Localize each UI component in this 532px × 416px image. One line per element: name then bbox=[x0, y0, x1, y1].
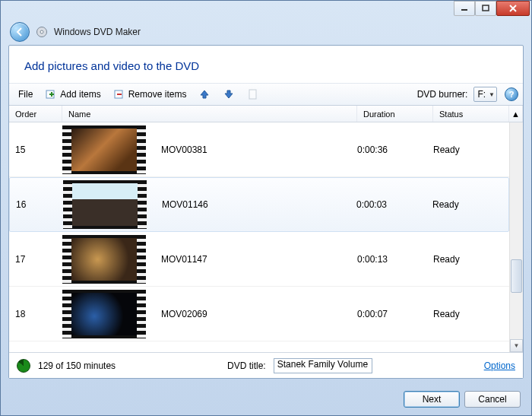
footer: Next Cancel bbox=[1, 383, 531, 415]
cancel-button[interactable]: Cancel bbox=[464, 391, 521, 408]
close-button[interactable] bbox=[496, 1, 530, 16]
bottom-bar: 129 of 150 minutes DVD title: Stanek Fam… bbox=[9, 352, 523, 378]
move-up-button[interactable] bbox=[194, 87, 215, 102]
thumbnail bbox=[63, 180, 147, 229]
content-pane: Add pictures and video to the DVD File A… bbox=[8, 45, 524, 379]
scrollbar-thumb[interactable] bbox=[511, 259, 522, 293]
list-item[interactable]: 15MOV003810:00:36Ready bbox=[9, 122, 509, 177]
toolbar: File Add items Remove items DVD burner: … bbox=[9, 83, 523, 106]
properties-button[interactable] bbox=[242, 87, 264, 102]
header-name[interactable]: Name bbox=[62, 106, 357, 122]
burner-select[interactable]: F: ▼ bbox=[473, 87, 497, 102]
app-title: Windows DVD Maker bbox=[54, 27, 141, 37]
arrow-left-icon bbox=[14, 27, 25, 37]
cell-status: Ready bbox=[432, 199, 508, 210]
cell-status: Ready bbox=[433, 254, 509, 265]
next-button[interactable]: Next bbox=[404, 391, 460, 408]
cell-name: MOV02069 bbox=[161, 309, 357, 319]
list-item[interactable]: 16MOV011460:00:03Ready bbox=[9, 177, 509, 232]
svg-point-5 bbox=[40, 30, 43, 33]
cell-duration: 0:00:13 bbox=[357, 254, 433, 265]
cell-order: 17 bbox=[9, 254, 62, 265]
arrow-up-icon bbox=[198, 88, 211, 100]
cell-duration: 0:00:03 bbox=[356, 199, 432, 210]
cell-status: Ready bbox=[433, 144, 509, 155]
help-button[interactable]: ? bbox=[505, 87, 518, 101]
cell-duration: 0:00:07 bbox=[357, 309, 433, 319]
remove-icon bbox=[113, 88, 125, 100]
page-heading: Add pictures and video to the DVD bbox=[9, 46, 523, 83]
nav-row: Windows DVD Maker bbox=[1, 21, 531, 43]
svg-rect-1 bbox=[483, 5, 489, 11]
options-link[interactable]: Options bbox=[484, 360, 515, 371]
chevron-down-icon: ▼ bbox=[489, 91, 495, 98]
thumbnail bbox=[62, 290, 146, 338]
dvd-title-input[interactable]: Stanek Family Volume bbox=[274, 358, 372, 373]
burner-label: DVD burner: bbox=[417, 89, 468, 100]
back-button[interactable] bbox=[10, 22, 30, 42]
list-header: Order Name Duration Status ▲ bbox=[9, 106, 523, 122]
add-icon bbox=[45, 88, 57, 100]
maximize-button[interactable] bbox=[475, 1, 496, 16]
thumbnail bbox=[62, 125, 146, 174]
header-status[interactable]: Status bbox=[433, 106, 509, 122]
add-items-button[interactable]: Add items bbox=[40, 87, 105, 102]
cell-name: MOV01147 bbox=[161, 254, 357, 265]
svg-rect-11 bbox=[249, 90, 256, 99]
minimize-button[interactable] bbox=[454, 1, 475, 16]
minutes-label: 129 of 150 minutes bbox=[38, 360, 116, 371]
page-icon bbox=[247, 88, 259, 100]
disc-usage-icon bbox=[17, 359, 30, 373]
dvd-title-label: DVD title: bbox=[227, 360, 266, 371]
cell-order: 16 bbox=[10, 199, 63, 210]
list-item[interactable]: 17MOV011470:00:13Ready bbox=[9, 232, 509, 287]
list-item[interactable]: 18MOV020690:00:07Ready bbox=[9, 287, 509, 341]
cell-name: MOV00381 bbox=[161, 144, 357, 155]
scrollbar[interactable]: ▼ bbox=[509, 122, 523, 352]
remove-items-button[interactable]: Remove items bbox=[109, 87, 192, 102]
thumbnail bbox=[62, 235, 146, 284]
cell-order: 18 bbox=[9, 309, 62, 319]
move-down-button[interactable] bbox=[218, 87, 239, 102]
title-bar bbox=[1, 1, 531, 21]
scroll-up-button[interactable]: ▲ bbox=[509, 106, 523, 122]
window: Windows DVD Maker Add pictures and video… bbox=[0, 0, 532, 416]
cell-order: 15 bbox=[9, 144, 62, 155]
cell-status: Ready bbox=[433, 309, 509, 319]
header-duration[interactable]: Duration bbox=[357, 106, 433, 122]
header-order[interactable]: Order bbox=[9, 106, 62, 122]
cell-duration: 0:00:36 bbox=[357, 144, 433, 155]
file-menu[interactable]: File bbox=[14, 87, 37, 101]
cell-name: MOV01146 bbox=[162, 199, 356, 210]
list-body: 15MOV003810:00:36Ready16MOV011460:00:03R… bbox=[9, 122, 523, 352]
scroll-down-button[interactable]: ▼ bbox=[510, 339, 523, 352]
arrow-down-icon bbox=[223, 88, 235, 100]
app-icon bbox=[36, 26, 48, 38]
